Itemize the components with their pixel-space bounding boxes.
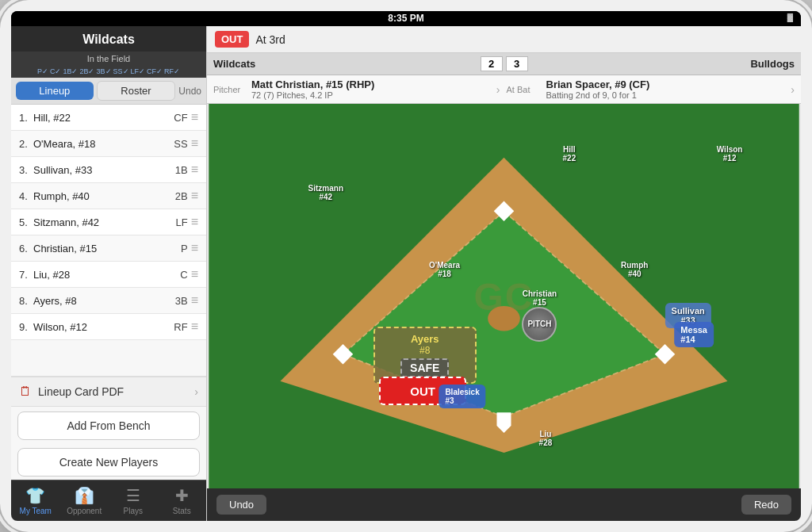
lineup-card-pdf[interactable]: 🗒 Lineup Card PDF › bbox=[11, 377, 206, 407]
list-item[interactable]: 6. Christian, #15 P ≡ bbox=[11, 235, 206, 262]
score-header: OUT At 3rd bbox=[207, 26, 801, 53]
create-new-players-button[interactable]: Create New Players bbox=[17, 448, 200, 477]
player-num-omeara: #18 bbox=[429, 270, 460, 278]
player-name-rumph: Rumph bbox=[621, 261, 648, 270]
blalesick-box[interactable]: Blalesick #3 bbox=[439, 385, 485, 408]
player-name-wilson: Wilson bbox=[717, 145, 743, 154]
player-name-sitzmann: Sitzmann bbox=[308, 184, 343, 193]
list-item[interactable]: 1. Hill, #22 CF ≡ bbox=[11, 105, 206, 131]
left-panel: Wildcats In the Field P✓ C✓ 1B✓ 2B✓ 3B✓ … bbox=[11, 26, 207, 521]
field-player-rumph[interactable]: Rumph #40 bbox=[621, 261, 648, 278]
atbat-label: At Bat bbox=[507, 85, 540, 94]
nav-opponent[interactable]: 👔 Opponent bbox=[60, 480, 109, 521]
atbat-name: Brian Spacer, #9 (CF) bbox=[546, 78, 785, 90]
pitcher-label: Pitcher bbox=[213, 85, 245, 94]
field-player-omeara[interactable]: O'Meara #18 bbox=[429, 261, 460, 278]
player-num-messa: #14 bbox=[680, 335, 707, 344]
field-player-hill[interactable]: Hill #22 bbox=[563, 145, 576, 163]
player-num-blalesick: #3 bbox=[445, 396, 479, 405]
field-player-messa[interactable]: Messa #14 bbox=[674, 322, 714, 347]
atbat-sub: Batting 2nd of 9, 0 for 1 bbox=[546, 90, 785, 100]
player-num-liu: #28 bbox=[539, 438, 553, 447]
score-row: Wildcats 2 3 Bulldogs bbox=[207, 53, 801, 75]
right-panel: OUT At 3rd Wildcats 2 3 Bulldogs Pitcher… bbox=[207, 26, 801, 521]
pitcher-name: Matt Christian, #15 (RHP) bbox=[251, 78, 490, 90]
field-player-wilson[interactable]: Wilson #12 bbox=[717, 145, 743, 163]
pitcher-info[interactable]: Matt Christian, #15 (RHP) 72 (7) Pitches… bbox=[251, 78, 490, 100]
ayers-name: Ayers bbox=[383, 333, 467, 345]
baseball-field: GC Hill #22 Wilson #12 Sitzmann bbox=[207, 104, 801, 488]
at-base-label: At 3rd bbox=[255, 33, 285, 46]
pitch-circle[interactable]: PITCH bbox=[522, 307, 557, 342]
player-name-hill: Hill bbox=[563, 145, 576, 154]
bottom-nav: 👕 My Team 👔 Opponent ☰ Plays ✚ Stats bbox=[11, 480, 206, 521]
undo-button[interactable]: Undo bbox=[216, 495, 266, 515]
ayers-safe-box[interactable]: Ayers #8 SAFE bbox=[373, 327, 477, 384]
ipad-frame: 8:35 PM ▓ Wildcats In the Field P✓ C✓ 1B… bbox=[0, 0, 812, 532]
field-player-christian[interactable]: Christian #15 PITCH bbox=[522, 289, 557, 342]
safe-badge: SAFE bbox=[400, 358, 449, 377]
player-num-hill: #22 bbox=[563, 154, 576, 163]
list-item[interactable]: 2. O'Meara, #18 SS ≡ bbox=[11, 131, 206, 157]
stats-icon: ✚ bbox=[175, 486, 189, 505]
list-item[interactable]: 4. Rumph, #40 2B ≡ bbox=[11, 183, 206, 209]
pitcher-chevron-icon: › bbox=[496, 83, 500, 96]
pitch-label: PITCH bbox=[527, 320, 551, 328]
team-name: Wildcats bbox=[11, 26, 206, 52]
player-name-sullivan: Sullivan bbox=[672, 306, 705, 316]
lineup-card-label: Lineup Card PDF bbox=[38, 385, 194, 398]
right-bottom-bar: Undo Redo bbox=[207, 488, 801, 521]
status-bar: 8:35 PM ▓ bbox=[11, 11, 801, 26]
home-team-name: Wildcats bbox=[213, 58, 479, 70]
messa-box[interactable]: Messa #14 bbox=[674, 322, 714, 347]
add-from-bench-button[interactable]: Add From Bench bbox=[17, 411, 200, 440]
out-play-label: OUT bbox=[410, 385, 435, 398]
battery-icon: ▓ bbox=[787, 13, 793, 21]
inning-2-score: 2 bbox=[481, 56, 503, 71]
status-time: 8:35 PM bbox=[388, 13, 423, 24]
tab-roster[interactable]: Roster bbox=[97, 81, 176, 101]
nav-stats-label: Stats bbox=[173, 507, 191, 515]
nav-my-team[interactable]: 👕 My Team bbox=[11, 480, 60, 521]
player-num-wilson: #12 bbox=[717, 154, 743, 163]
my-team-icon: 👕 bbox=[25, 486, 45, 505]
tab-row: Lineup Roster Undo bbox=[11, 78, 206, 105]
atbat-info[interactable]: Brian Spacer, #9 (CF) Batting 2nd of 9, … bbox=[546, 78, 785, 100]
field-player-liu[interactable]: Liu #28 bbox=[539, 430, 553, 447]
ipad-screen: 8:35 PM ▓ Wildcats In the Field P✓ C✓ 1B… bbox=[11, 11, 801, 521]
player-name-omeara: O'Meara bbox=[429, 261, 460, 270]
field-player-sitzmann[interactable]: Sitzmann #42 bbox=[308, 184, 343, 201]
player-num-sitzmann: #42 bbox=[308, 193, 343, 201]
player-num-rumph: #40 bbox=[621, 270, 648, 278]
plays-icon: ☰ bbox=[126, 486, 140, 505]
nav-stats[interactable]: ✚ Stats bbox=[158, 480, 207, 521]
player-name-liu: Liu bbox=[539, 430, 553, 438]
list-item[interactable]: 7. Liu, #28 C ≡ bbox=[11, 262, 206, 288]
nav-plays-label: Plays bbox=[124, 507, 143, 515]
svg-point-8 bbox=[488, 306, 520, 331]
nav-plays[interactable]: ☰ Plays bbox=[109, 480, 158, 521]
inning-3-score: 3 bbox=[506, 56, 528, 71]
list-item[interactable]: 8. Ayers, #8 3B ≡ bbox=[11, 288, 206, 314]
list-item[interactable]: 5. Sitzmann, #42 LF ≡ bbox=[11, 209, 206, 235]
field-svg bbox=[207, 104, 801, 488]
field-player-blalesick[interactable]: Blalesick #3 bbox=[439, 385, 485, 408]
lineup-list: 1. Hill, #22 CF ≡ 2. O'Meara, #18 SS ≡ 3… bbox=[11, 105, 206, 376]
nav-opponent-label: Opponent bbox=[67, 507, 102, 515]
player-name-messa: Messa bbox=[680, 325, 707, 335]
nav-my-team-label: My Team bbox=[20, 507, 52, 515]
list-item[interactable]: 3. Sullivan, #33 1B ≡ bbox=[11, 157, 206, 183]
tab-lineup[interactable]: Lineup bbox=[16, 82, 94, 100]
away-team-name: Bulldogs bbox=[530, 58, 795, 70]
player-name-christian: Christian bbox=[522, 289, 557, 298]
redo-button[interactable]: Redo bbox=[741, 495, 791, 515]
ayers-num: #8 bbox=[383, 345, 467, 356]
status-bar-right: ▓ bbox=[787, 13, 793, 21]
opponent-icon: 👔 bbox=[75, 486, 94, 505]
list-item[interactable]: 9. Wilson, #12 RF ≡ bbox=[11, 314, 206, 340]
out-badge: OUT bbox=[215, 31, 249, 48]
undo-small-btn[interactable]: Undo bbox=[178, 86, 201, 97]
player-name-blalesick: Blalesick bbox=[445, 388, 479, 396]
chevron-right-icon: › bbox=[194, 385, 198, 398]
player-num-christian: #15 bbox=[522, 298, 557, 307]
